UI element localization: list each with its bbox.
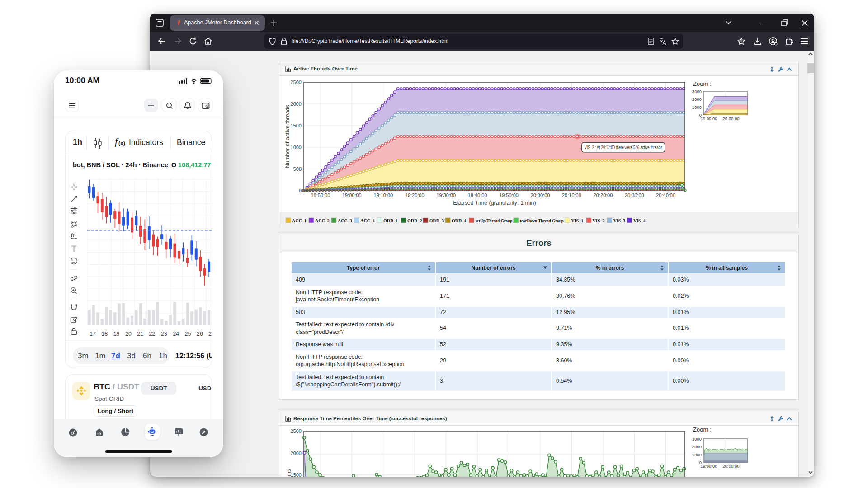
svg-text:ACC_1: ACC_1: [292, 218, 307, 223]
svg-text:19:50:00: 19:50:00: [499, 192, 519, 198]
svg-text:ORD_2: ORD_2: [407, 218, 422, 223]
svg-text:VIS_3: VIS_3: [613, 218, 626, 223]
svg-text:setUp Thread Group: setUp Thread Group: [476, 218, 513, 223]
svg-text:26: 26: [197, 331, 203, 337]
svg-text:1000: 1000: [291, 145, 302, 150]
svg-text:27: 27: [208, 331, 212, 337]
svg-text:24: 24: [173, 331, 179, 337]
svg-text:Zoom :: Zoom :: [693, 426, 711, 433]
svg-text:1000: 1000: [692, 105, 702, 110]
svg-text:2500: 2500: [291, 80, 302, 85]
svg-text:19: 19: [113, 331, 120, 337]
svg-text:19:40:00: 19:40:00: [468, 192, 487, 198]
svg-text:17: 17: [90, 331, 96, 337]
svg-text:18: 18: [101, 331, 108, 337]
svg-text:0: 0: [299, 188, 302, 193]
svg-text:Number of active threads: Number of active threads: [284, 105, 291, 168]
svg-text:20:40:00: 20:40:00: [656, 192, 675, 198]
svg-text:VIS_4: VIS_4: [633, 218, 646, 223]
svg-text:2000: 2000: [692, 444, 702, 449]
svg-text:Response time in ms: Response time in ms: [286, 469, 292, 477]
svg-text:ACC_3: ACC_3: [338, 218, 352, 223]
svg-text:20:10:00: 20:10:00: [562, 192, 581, 198]
svg-text:ORD_4: ORD_4: [452, 218, 466, 223]
svg-text:22: 22: [149, 331, 156, 337]
svg-text:1000: 1000: [692, 452, 702, 457]
svg-text:21: 21: [137, 331, 143, 337]
svg-text:1500: 1500: [291, 472, 302, 477]
svg-text:20: 20: [125, 331, 132, 337]
svg-text:Elapsed Time (granularity: 1 m: Elapsed Time (granularity: 1 min): [453, 200, 536, 206]
svg-text:25: 25: [184, 331, 191, 337]
svg-text:19:20:00: 19:20:00: [405, 192, 425, 198]
svg-text:20:00:00: 20:00:00: [723, 116, 740, 121]
svg-text:3000: 3000: [692, 89, 702, 94]
svg-text:19:00:00: 19:00:00: [342, 192, 362, 198]
svg-text:20:30:00: 20:30:00: [625, 192, 644, 198]
svg-text:19:30:00: 19:30:00: [436, 192, 456, 198]
svg-text:ORD_3: ORD_3: [429, 218, 444, 223]
svg-text:23: 23: [161, 331, 167, 337]
svg-text:19:00:00: 19:00:00: [701, 116, 717, 121]
svg-text:500: 500: [293, 166, 302, 172]
svg-text:VIS_1: VIS_1: [571, 218, 584, 223]
svg-text:2500: 2500: [291, 428, 302, 434]
svg-text:1500: 1500: [291, 123, 302, 128]
svg-text:18:50:00: 18:50:00: [311, 192, 330, 198]
svg-text:2000: 2000: [291, 450, 302, 456]
svg-text:ACC_4: ACC_4: [360, 218, 375, 223]
svg-text:20:00:00: 20:00:00: [531, 192, 550, 198]
svg-text:ACC_2: ACC_2: [315, 218, 330, 223]
svg-text:19:00:00: 19:00:00: [701, 464, 717, 469]
svg-text:3000: 3000: [692, 436, 702, 441]
svg-text:tearDown Thread Group: tearDown Thread Group: [520, 218, 564, 223]
svg-text:2000: 2000: [291, 101, 302, 107]
svg-text:2000: 2000: [692, 97, 702, 102]
svg-text:VIS_2 : At 20:12:00 there were: VIS_2 : At 20:12:00 there were 546 activ…: [585, 145, 662, 150]
svg-text:20:20:00: 20:20:00: [593, 192, 613, 198]
svg-text:ORD_1: ORD_1: [383, 218, 398, 223]
svg-text:20:00:00: 20:00:00: [723, 464, 740, 469]
svg-text:Zoom :: Zoom :: [693, 80, 711, 87]
svg-text:19:10:00: 19:10:00: [373, 192, 393, 198]
svg-text:VIS_2: VIS_2: [593, 218, 605, 223]
